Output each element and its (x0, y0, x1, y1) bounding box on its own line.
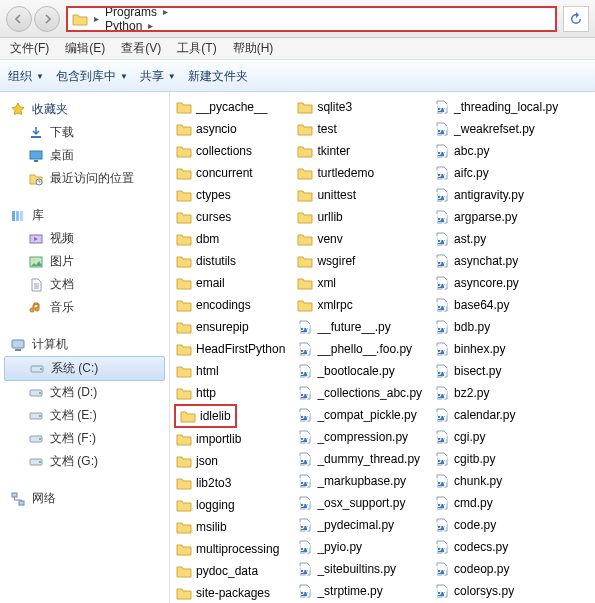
sidebar-item[interactable]: 图片 (0, 250, 169, 273)
folder-item[interactable]: unittest (295, 186, 424, 204)
file-item[interactable]: py_sitebuiltins.py (295, 560, 424, 578)
sidebar-item-drive[interactable]: 文档 (G:) (0, 450, 169, 473)
file-item[interactable]: pybdb.py (432, 318, 560, 336)
forward-button[interactable] (34, 6, 60, 32)
sidebar-item[interactable]: 最近访问的位置 (0, 167, 169, 190)
folder-item[interactable]: importlib (174, 430, 287, 448)
folder-item[interactable]: sqlite3 (295, 98, 424, 116)
folder-item[interactable]: __pycache__ (174, 98, 287, 116)
file-item[interactable]: pychunk.py (432, 472, 560, 490)
folder-item[interactable]: dbm (174, 230, 287, 248)
file-item[interactable]: py_strptime.py (295, 582, 424, 600)
folder-item[interactable]: json (174, 452, 287, 470)
sidebar-header-libraries[interactable]: 库 (0, 204, 169, 227)
file-item[interactable]: pycode.py (432, 516, 560, 534)
file-item[interactable]: pyabc.py (432, 142, 560, 160)
file-item[interactable]: pycgitb.py (432, 450, 560, 468)
newfolder-button[interactable]: 新建文件夹 (188, 68, 248, 85)
sidebar-item[interactable]: 文档 (0, 273, 169, 296)
file-item[interactable]: pycolorsys.py (432, 582, 560, 600)
file-item[interactable]: pyasynchat.py (432, 252, 560, 270)
folder-item[interactable]: distutils (174, 252, 287, 270)
file-item[interactable]: py_osx_support.py (295, 494, 424, 512)
sidebar-item[interactable]: 视频 (0, 227, 169, 250)
folder-item[interactable]: html (174, 362, 287, 380)
sidebar-item-drive[interactable]: 文档 (D:) (0, 381, 169, 404)
share-button[interactable]: 共享 ▼ (140, 68, 176, 85)
folder-item[interactable]: HeadFirstPython (174, 340, 287, 358)
breadcrumb-item[interactable]: Programs▸ (105, 6, 172, 19)
folder-item[interactable]: curses (174, 208, 287, 226)
refresh-button[interactable] (563, 6, 589, 32)
file-item[interactable]: pybisect.py (432, 362, 560, 380)
file-item[interactable]: pybz2.py (432, 384, 560, 402)
file-item[interactable]: py_threading_local.py (432, 98, 560, 116)
sidebar-item-drive[interactable]: 系统 (C:) (4, 356, 165, 381)
folder-item[interactable]: asyncio (174, 120, 287, 138)
file-item[interactable]: pyantigravity.py (432, 186, 560, 204)
file-item[interactable]: pybinhex.py (432, 340, 560, 358)
sidebar-header-network[interactable]: 网络 (0, 487, 169, 510)
file-item[interactable]: pycodeop.py (432, 560, 560, 578)
file-item[interactable]: pyast.py (432, 230, 560, 248)
folder-item[interactable]: xml (295, 274, 424, 292)
folder-item[interactable]: encodings (174, 296, 287, 314)
file-item[interactable]: py_pydecimal.py (295, 516, 424, 534)
sidebar-item[interactable]: 音乐 (0, 296, 169, 319)
file-item[interactable]: pyargparse.py (432, 208, 560, 226)
file-item[interactable]: pycgi.py (432, 428, 560, 446)
menu-view[interactable]: 查看(V) (115, 38, 167, 59)
folder-item[interactable]: lib2to3 (174, 474, 287, 492)
file-item[interactable]: pyaifc.py (432, 164, 560, 182)
include-button[interactable]: 包含到库中 ▼ (56, 68, 128, 85)
file-item[interactable]: py_dummy_thread.py (295, 450, 424, 468)
folder-item[interactable]: concurrent (174, 164, 287, 182)
folder-item[interactable]: turtledemo (295, 164, 424, 182)
file-list[interactable]: __pycache__asynciocollectionsconcurrentc… (170, 92, 595, 603)
file-item[interactable]: pyasyncore.py (432, 274, 560, 292)
sidebar-item[interactable]: 桌面 (0, 144, 169, 167)
sidebar-header-favorites[interactable]: 收藏夹 (0, 98, 169, 121)
folder-item[interactable]: multiprocessing (174, 540, 287, 558)
folder-item[interactable]: site-packages (174, 584, 287, 602)
organize-button[interactable]: 组织 ▼ (8, 68, 44, 85)
file-item[interactable]: pycalendar.py (432, 406, 560, 424)
file-item[interactable]: py_compression.py (295, 428, 424, 446)
folder-item[interactable]: xmlrpc (295, 296, 424, 314)
file-item[interactable]: py__phello__.foo.py (295, 340, 424, 358)
sidebar-item-drive[interactable]: 文档 (F:) (0, 427, 169, 450)
folder-item[interactable]: pydoc_data (174, 562, 287, 580)
menu-help[interactable]: 帮助(H) (227, 38, 280, 59)
folder-item[interactable]: msilib (174, 518, 287, 536)
file-item[interactable]: pybase64.py (432, 296, 560, 314)
sidebar-item-drive[interactable]: 文档 (E:) (0, 404, 169, 427)
folder-item[interactable]: test (295, 120, 424, 138)
sidebar-header-computer[interactable]: 计算机 (0, 333, 169, 356)
folder-item[interactable]: tkinter (295, 142, 424, 160)
file-item[interactable]: py_weakrefset.py (432, 120, 560, 138)
folder-item[interactable]: email (174, 274, 287, 292)
file-item[interactable]: py_markupbase.py (295, 472, 424, 490)
file-item[interactable]: py__future__.py (295, 318, 424, 336)
folder-item[interactable]: wsgiref (295, 252, 424, 270)
file-item[interactable]: pycmd.py (432, 494, 560, 512)
folder-item[interactable]: ensurepip (174, 318, 287, 336)
folder-item[interactable]: collections (174, 142, 287, 160)
folder-item[interactable]: http (174, 384, 287, 402)
folder-item[interactable]: urllib (295, 208, 424, 226)
menu-edit[interactable]: 编辑(E) (59, 38, 111, 59)
folder-item[interactable]: idlelib (174, 404, 237, 428)
file-item[interactable]: py_pyio.py (295, 538, 424, 556)
breadcrumb[interactable]: ▸ AppData▸Local▸Programs▸Python▸Python36… (66, 6, 557, 32)
menu-file[interactable]: 文件(F) (4, 38, 55, 59)
folder-item[interactable]: logging (174, 496, 287, 514)
file-item[interactable]: py_collections_abc.py (295, 384, 424, 402)
folder-item[interactable]: venv (295, 230, 424, 248)
file-item[interactable]: py_compat_pickle.py (295, 406, 424, 424)
folder-item[interactable]: ctypes (174, 186, 287, 204)
file-item[interactable]: py_bootlocale.py (295, 362, 424, 380)
menu-tools[interactable]: 工具(T) (171, 38, 222, 59)
back-button[interactable] (6, 6, 32, 32)
breadcrumb-item[interactable]: Python▸ (105, 19, 172, 32)
sidebar-item[interactable]: 下载 (0, 121, 169, 144)
